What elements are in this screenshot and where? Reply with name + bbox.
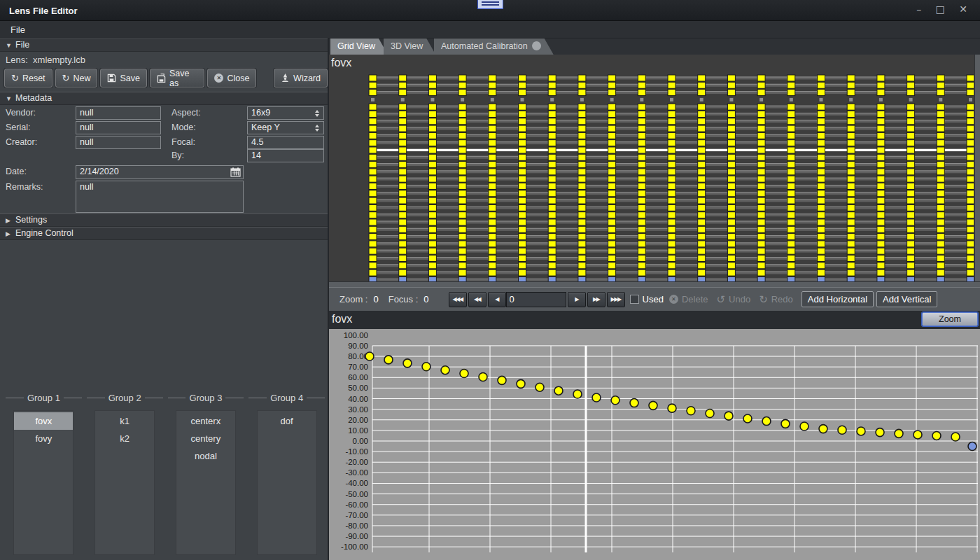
remarks-field[interactable]: null	[76, 181, 244, 213]
focal-field[interactable]: 4.5	[247, 136, 324, 149]
file-section-header[interactable]: ▼File	[0, 38, 328, 52]
right-panel: Grid View 3D View Automated Calibration …	[329, 38, 980, 560]
vendor-label: Vendor:	[6, 108, 36, 118]
chart-point	[687, 407, 695, 415]
last-frame-button[interactable]: ▶▶▶	[607, 292, 625, 307]
by-field[interactable]: 14	[247, 149, 324, 162]
tab-grid-view[interactable]: Grid View	[330, 38, 388, 55]
used-checkbox[interactable]	[630, 295, 639, 304]
chart-point	[517, 379, 525, 388]
chart-point	[838, 426, 846, 434]
new-button[interactable]: ↻ New	[55, 69, 98, 88]
mode-label: Mode:	[172, 122, 196, 132]
groups-container: Group 1fovxfovyGroup 2k1k2Group 3centerx…	[6, 391, 325, 555]
chart-endpoint[interactable]	[968, 442, 976, 451]
fast-back-button[interactable]: ◀◀	[468, 292, 486, 307]
svg-text:-80.00: -80.00	[345, 522, 368, 530]
mode-select[interactable]: Keep Y	[247, 121, 324, 134]
date-field[interactable]: 2/14/2020	[76, 165, 244, 179]
chart-zoom-button[interactable]: Zoom	[922, 312, 978, 326]
serial-field[interactable]: null	[76, 121, 161, 134]
close-window-button[interactable]: ✕	[958, 4, 973, 15]
undo-button[interactable]: ↺ Undo	[717, 293, 751, 306]
svg-text:50.00: 50.00	[348, 384, 368, 392]
vendor-field[interactable]: null	[76, 106, 161, 120]
chart-point	[422, 363, 430, 371]
maximize-button[interactable]: □	[934, 4, 951, 15]
grid-view-panel[interactable]: fovx	[329, 55, 980, 281]
grid-markers-layer	[369, 75, 974, 281]
zoom-label: Zoom :	[340, 294, 368, 304]
calendar-icon[interactable]	[230, 167, 241, 177]
add-horizontal-button[interactable]: Add Horizontal	[802, 291, 874, 307]
group-item-k1[interactable]: k1	[95, 412, 154, 430]
group-item-fovy[interactable]: fovy	[14, 430, 73, 447]
dock-handle[interactable]	[477, 0, 503, 9]
vertical-scrollbar[interactable]	[974, 55, 980, 281]
grid-view-title: fovx	[331, 57, 351, 69]
group-item-k2[interactable]: k2	[95, 430, 154, 447]
group-list: centerxcenterynodal	[176, 410, 236, 555]
frame-number-input[interactable]	[506, 292, 566, 307]
save-button[interactable]: Save	[100, 69, 147, 88]
remarks-label: Remarks:	[6, 182, 43, 192]
chart-point	[403, 359, 412, 368]
chart-points[interactable]	[365, 352, 960, 441]
delete-button[interactable]: ✕ Delete	[669, 294, 708, 304]
reset-icon: ↻	[11, 74, 19, 83]
fast-forward-button[interactable]: ▶▶	[587, 292, 606, 307]
engine-control-section-header[interactable]: ▶Engine Control	[0, 227, 328, 240]
chart-point	[781, 419, 790, 428]
svg-text:40.00: 40.00	[348, 395, 368, 403]
redo-icon: ↻	[759, 293, 768, 306]
svg-text:-70.00: -70.00	[345, 511, 368, 519]
calibration-grid[interactable]	[329, 55, 974, 281]
metadata-section-header[interactable]: ▼Metadata	[0, 92, 328, 105]
tab-automated-calibration[interactable]: Automated Calibration	[434, 38, 554, 55]
chart-point	[536, 383, 544, 391]
svg-text:60.00: 60.00	[348, 373, 368, 382]
svg-text:90.00: 90.00	[348, 342, 368, 350]
redo-button[interactable]: ↻ Redo	[759, 293, 793, 306]
aspect-select[interactable]: 16x9	[247, 106, 324, 120]
step-back-button[interactable]: ◀	[488, 292, 506, 307]
step-forward-button[interactable]: ▶	[568, 292, 586, 307]
save-as-button[interactable]: Save as	[150, 69, 204, 88]
save-icon	[107, 74, 116, 83]
tab-3d-view[interactable]: 3D View	[384, 38, 435, 55]
window-title: Lens File Editor	[9, 6, 78, 16]
chart-point	[706, 410, 714, 418]
reset-button[interactable]: ↻ Reset	[4, 69, 52, 88]
chart-point	[913, 430, 922, 439]
date-label: Date:	[6, 167, 27, 176]
first-frame-button[interactable]: ◀◀◀	[449, 292, 467, 307]
chart-point	[668, 404, 676, 412]
save-as-icon	[157, 74, 166, 83]
group-title: Group 4	[248, 391, 325, 405]
menubar: File	[0, 21, 980, 38]
zoom-value: 0	[373, 294, 378, 304]
minimize-button[interactable]: –	[915, 4, 927, 15]
svg-text:70.00: 70.00	[348, 363, 368, 371]
chart-point	[498, 376, 506, 384]
group-item-centery[interactable]: centery	[176, 430, 235, 447]
group-item-fovx[interactable]: fovx	[14, 412, 73, 430]
close-file-button[interactable]: ✕ Close	[207, 69, 256, 88]
chart-point	[611, 396, 620, 405]
focus-value: 0	[424, 294, 428, 304]
group-item-centerx[interactable]: centerx	[176, 412, 235, 430]
lens-filename: xmlempty.lcb	[33, 55, 85, 65]
creator-field[interactable]: null	[76, 136, 161, 149]
menu-file[interactable]: File	[7, 24, 29, 36]
fovx-curve-chart[interactable]: 100.0090.0080.0070.0060.0050.0040.0030.0…	[329, 329, 980, 560]
horizontal-scrollbar[interactable]	[329, 281, 980, 287]
aspect-label: Aspect:	[172, 108, 201, 118]
settings-section-header[interactable]: ▶Settings	[0, 214, 328, 227]
chart-point	[649, 401, 657, 410]
add-vertical-button[interactable]: Add Vertical	[876, 291, 937, 307]
group-item-nodal[interactable]: nodal	[176, 447, 235, 465]
chart-y-axis-labels: 100.0090.0080.0070.0060.0050.0040.0030.0…	[341, 331, 368, 551]
group-item-dof[interactable]: dof	[258, 412, 316, 430]
svg-text:-50.00: -50.00	[345, 490, 368, 498]
wizard-button[interactable]: Wizard	[274, 69, 328, 88]
